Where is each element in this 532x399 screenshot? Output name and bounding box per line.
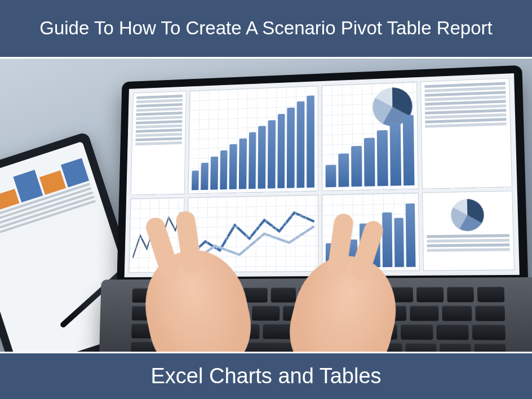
page-title: Guide To How To Create A Scenario Pivot …	[39, 16, 492, 41]
panel-bar-secondary	[321, 82, 418, 191]
panel-bar-main	[188, 86, 318, 194]
panel-table-right	[420, 78, 512, 189]
panel-pie-bottom	[422, 190, 515, 271]
panel-table-left	[131, 91, 187, 195]
caption-text: Excel Charts and Tables	[150, 364, 381, 388]
pie-chart-small	[451, 198, 485, 231]
hero-image	[0, 59, 532, 352]
title-banner: Guide To How To Create A Scenario Pivot …	[0, 0, 532, 59]
caption-banner: Excel Charts and Tables	[0, 352, 532, 399]
laptop-screen-frame	[117, 65, 528, 285]
